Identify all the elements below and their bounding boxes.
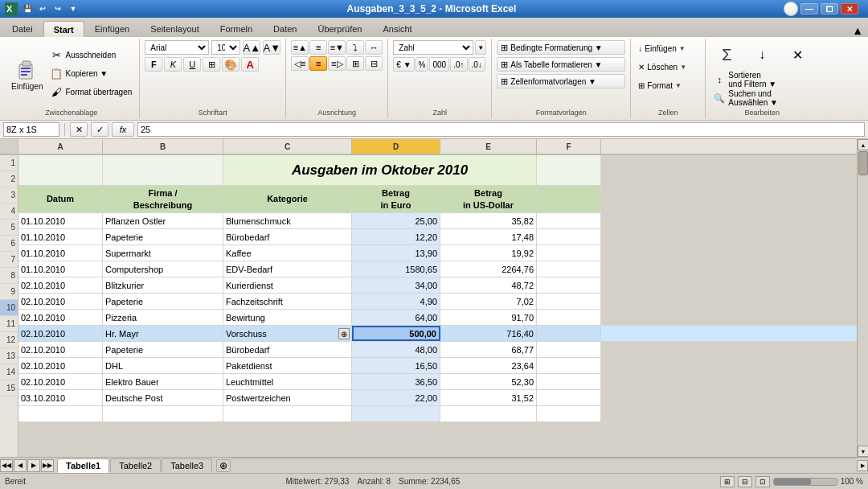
cell-C6[interactable]: EDV-Bedarf [223,261,352,277]
text-angle-btn[interactable]: ⤵ [346,40,364,55]
cell-E3[interactable]: 35,82 [440,213,537,228]
cell-C10[interactable]: Vorschuss ⊕ [223,326,352,341]
cell-E12[interactable]: 23,64 [440,358,537,373]
grow-font-btn[interactable]: A▲ [243,40,260,55]
cell-D5[interactable]: 13,90 [352,245,440,261]
page-break-btn[interactable]: ⊡ [755,476,770,487]
dropdown-quick-btn[interactable]: ▼ [67,2,80,15]
wrap-text-btn[interactable]: ↔ [365,40,383,55]
corner-cell[interactable] [0,139,18,155]
cell-F9[interactable] [537,310,601,325]
border-btn[interactable]: ⊞ [203,57,220,72]
dec-decimal-btn[interactable]: .0↓ [469,57,485,72]
cell-B11[interactable]: Papeterie [103,342,223,357]
cell-E15[interactable] [440,406,537,421]
cell-A9[interactable]: 02.10.2010 [18,310,103,325]
redo-quick-btn[interactable]: ↪ [51,2,64,15]
tab-datei[interactable]: Datei [2,19,43,37]
tab-einfuegen[interactable]: Einfügen [84,19,140,37]
cell-F7[interactable] [537,277,601,293]
cell-E13[interactable]: 52,30 [440,374,537,389]
row-num-10[interactable]: 10 [0,300,18,316]
cell-A3[interactable]: 01.10.2010 [18,213,103,228]
zellen-loeschen-btn[interactable]: ✕ Löschen ▼ [636,59,689,75]
sigma-btn[interactable]: Σ [710,40,743,69]
cell-F6[interactable] [537,261,601,277]
number-format-dropdown-btn[interactable]: ▼ [475,40,486,55]
sortieren-btn[interactable]: ↕ Sortierenund Filtern ▼ [710,71,780,88]
cell-A10[interactable]: 02.10.2010 [18,326,103,341]
suchen-btn[interactable]: 🔍 Suchen undAuswählen ▼ [710,89,780,107]
cancel-formula-btn[interactable]: ✕ [70,122,88,137]
font-color-btn[interactable]: A [241,57,259,72]
cell-A14[interactable]: 03.10.2010 [18,390,103,405]
normal-view-btn[interactable]: ⊞ [720,476,735,487]
als-tabelle-formatieren-btn[interactable]: ⊞ Als Tabelle formatieren ▼ [497,57,625,72]
cell-C12[interactable]: Paketdienst [223,358,352,373]
cell-F14[interactable] [537,390,601,405]
cell-B7[interactable]: Blitzkurier [103,277,223,293]
cell-F8[interactable] [537,294,601,309]
cell-B10[interactable]: Hr. Mayr [103,326,223,341]
cell-A12[interactable]: 02.10.2010 [18,358,103,373]
cell-D9[interactable]: 64,00 [352,310,440,325]
cell-C8[interactable]: Fachzeitschrift [223,294,352,309]
close-app-btn[interactable]: ✕ [841,3,858,14]
help-ribbon-btn[interactable]: ▲ [852,24,863,37]
cell-F1[interactable] [537,155,601,185]
vertical-scrollbar[interactable]: ▲ ▼ [857,139,868,457]
minimize-btn[interactable]: — [800,3,818,14]
cell-B15[interactable] [103,406,223,421]
align-middle-btn[interactable]: ≡ [309,40,327,55]
sheet-first-btn[interactable]: ◀◀ [0,459,13,472]
row-num-13[interactable]: 13 [0,348,18,364]
cell-D8[interactable]: 4,90 [352,294,440,309]
cell-D14[interactable]: 22,00 [352,390,440,405]
tab-seitenlayout[interactable]: Seitenlayout [140,19,210,37]
row-num-14[interactable]: 14 [0,364,18,380]
tab-formeln[interactable]: Formeln [210,19,263,37]
row-num-7[interactable]: 7 [0,252,18,268]
sheet-last-btn[interactable]: ▶▶ [41,459,54,472]
cell-A4[interactable]: 01.10.2010 [18,229,103,244]
align-right-btn[interactable]: ≡▷ [328,56,346,71]
cell-D11[interactable]: 48,00 [352,342,440,357]
cell-E5[interactable]: 19,92 [440,245,537,261]
cell-E11[interactable]: 68,77 [440,342,537,357]
cell-D2[interactable]: Betragin Euro [352,186,440,212]
scroll-down-btn[interactable]: ▼ [858,446,868,457]
cell-A2[interactable]: Datum [18,186,103,212]
page-layout-btn[interactable]: ⊟ [738,476,752,487]
align-top-btn[interactable]: ≡▲ [291,40,309,55]
cell-D4[interactable]: 12,20 [352,229,440,244]
scroll-thumb[interactable] [858,151,868,175]
cut-btn[interactable]: ✂ Ausschneiden [47,47,134,64]
fill-btn[interactable]: ↓ [746,40,778,69]
zellen-format-btn[interactable]: ⊞ Format ▼ [636,77,684,93]
col-header-F[interactable]: F [537,139,601,154]
cell-F5[interactable] [537,245,601,261]
cell-D15[interactable] [352,406,440,421]
cell-E4[interactable]: 17,48 [440,229,537,244]
cell-D6[interactable]: 1580,65 [352,261,440,277]
add-sheet-btn[interactable]: ⊕ [216,459,231,472]
cell-C11[interactable]: Bürobedarf [223,342,352,357]
col-header-C[interactable]: C [223,139,352,154]
maximize-btn[interactable]: ⧠ [821,3,838,14]
sheet-next-btn[interactable]: ▶ [27,459,40,472]
tab-start[interactable]: Start [43,21,84,39]
scroll-up-btn[interactable]: ▲ [858,139,868,150]
tab-ueberpruefen[interactable]: Überprüfen [307,19,372,37]
cell-C13[interactable]: Leuchtmittel [223,374,352,389]
cell-F11[interactable] [537,342,601,357]
fill-color-btn[interactable]: 🎨 [222,57,240,72]
scroll-track[interactable] [858,150,868,446]
cell-E9[interactable]: 91,70 [440,310,537,325]
row-num-2[interactable]: 2 [0,171,18,187]
underline-btn[interactable]: U [183,57,201,72]
col-header-E[interactable]: E [440,139,537,154]
cell-C7[interactable]: Kurierdienst [223,277,352,293]
italic-btn[interactable]: K [164,57,182,72]
confirm-formula-btn[interactable]: ✓ [91,122,108,137]
cell-D7[interactable]: 34,00 [352,277,440,293]
